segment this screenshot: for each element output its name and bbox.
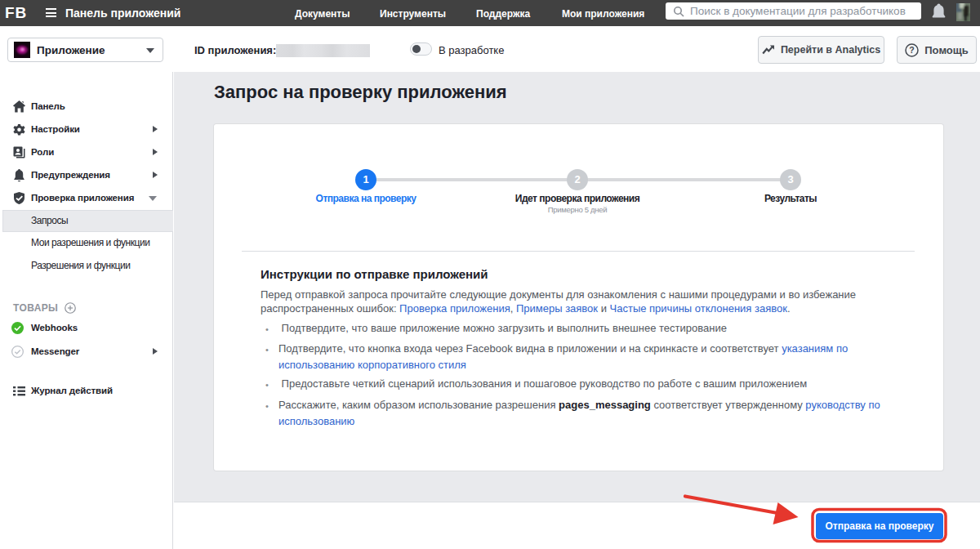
svg-text:?: ? bbox=[910, 45, 915, 55]
